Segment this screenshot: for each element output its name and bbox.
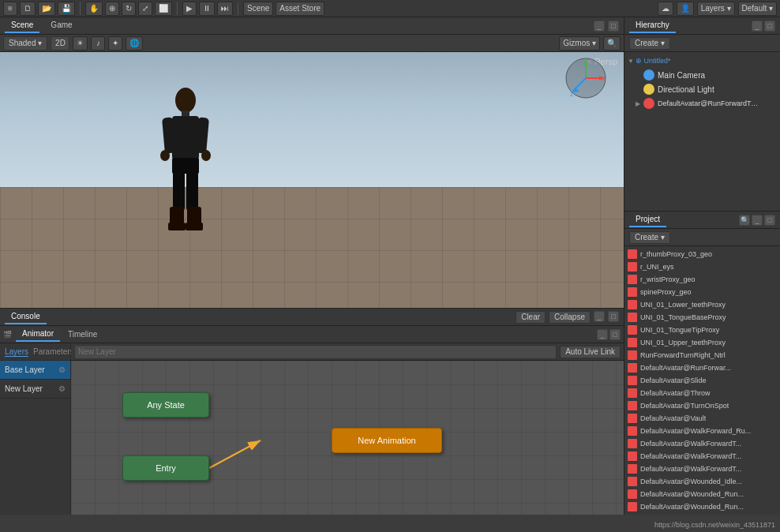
state-entry[interactable]: Entry <box>122 455 209 481</box>
menu-btn[interactable]: ≡ <box>3 2 17 16</box>
proj-search-btn[interactable]: 🔍 <box>739 215 750 226</box>
project-list-item[interactable]: UNI_01_Lower_teethProxy <box>624 298 780 311</box>
scene-label: ⊕ Untitled* <box>636 57 671 65</box>
rect-tool[interactable]: ⬜ <box>155 2 172 16</box>
tab-hierarchy[interactable]: Hierarchy <box>629 19 676 33</box>
layout-btn[interactable]: Default ▾ <box>738 2 777 16</box>
hierarchy-item-scene[interactable]: ▼ ⊕ Untitled* <box>624 54 780 68</box>
scene-sky-btn[interactable]: 🌐 <box>126 36 143 51</box>
scene-audio-btn[interactable]: ♪ <box>91 36 105 51</box>
asset-store-tab-btn[interactable]: Asset Store <box>276 2 324 16</box>
scene-minimize-btn[interactable]: _ <box>594 21 605 32</box>
layers-tab-label[interactable]: Layers <box>5 347 28 357</box>
search-scene-input[interactable]: 🔍 <box>603 36 621 51</box>
create-project-btn[interactable]: Create ▾ <box>629 231 670 244</box>
project-list-item[interactable]: DefaultAvatar@RunForwar... <box>624 362 780 374</box>
anim-minimize-btn[interactable]: _ <box>597 329 608 340</box>
tab-animator[interactable]: Animator <box>16 328 60 342</box>
scene-fx-btn[interactable]: ✦ <box>108 36 122 51</box>
auto-live-link-btn[interactable]: Auto Live Link <box>560 346 621 358</box>
tab-scene[interactable]: Scene <box>5 19 39 33</box>
collab-btn[interactable]: ☁ <box>658 2 673 16</box>
anim-maximize-btn[interactable]: □ <box>609 329 621 340</box>
project-list-item[interactable]: DefaultAvatar@WalkForward_Ru... <box>624 425 780 437</box>
console-minimize-btn[interactable]: _ <box>594 311 605 322</box>
base-layer-gear-icon[interactable]: ⚙ <box>58 365 66 374</box>
camera-icon <box>643 69 654 81</box>
base-layer-item[interactable]: Base Layer ⚙ <box>0 361 70 380</box>
project-list-item[interactable]: DefaultAvatar@Vault <box>624 412 780 425</box>
save-btn[interactable]: 💾 <box>58 2 75 16</box>
new-layer-input[interactable] <box>74 345 557 359</box>
project-list-item[interactable]: DefaultAvatar@WalkForwardT... <box>624 450 780 463</box>
gizmos-btn[interactable]: Gizmos ▾ <box>559 36 600 51</box>
scene-asset-tabs: Scene Asset Store <box>243 2 324 16</box>
project-list-item[interactable]: UNI_01_TongueTipProxy <box>624 324 780 336</box>
project-list-item[interactable]: UNI_01_TongueBaseProxy <box>624 311 780 324</box>
project-list-item[interactable]: DefaultAvatar@TurnOnSpot <box>624 399 780 412</box>
state-new-animation[interactable]: New Animation <box>332 428 442 453</box>
state-machine-canvas[interactable]: Any State Entry New Animation <box>71 361 624 515</box>
new-btn[interactable]: 🗋 <box>20 2 36 16</box>
tab-project[interactable]: Project <box>629 213 666 227</box>
new-layer-gear-icon[interactable]: ⚙ <box>58 384 66 393</box>
hier-maximize-btn[interactable]: □ <box>764 21 775 32</box>
tab-game[interactable]: Game <box>44 19 78 33</box>
scene-gizmo[interactable]: Y X Z <box>564 57 608 100</box>
svg-rect-9 <box>186 171 198 211</box>
open-btn[interactable]: 📂 <box>38 2 55 16</box>
project-list-item[interactable]: UNI_01_Upper_teethProxy <box>624 336 780 349</box>
proj-maximize-btn[interactable]: □ <box>764 215 775 226</box>
shading-dropdown[interactable]: Shaded ▾ <box>3 36 47 51</box>
proj-minimize-btn[interactable]: _ <box>752 215 763 226</box>
project-list-item[interactable]: r_wristProxy_geo <box>624 273 780 286</box>
project-list-item[interactable]: r_thumbProxy_03_geo <box>624 248 780 260</box>
hierarchy-item-avatar[interactable]: ▶ DefaultAvatar@RunForwardTurnRight <box>624 96 780 111</box>
project-list-item[interactable]: RunForwardTurnRight_Ntrl <box>624 349 780 362</box>
step-btn[interactable]: ⏭ <box>217 2 233 16</box>
create-hierarchy-btn[interactable]: Create ▾ <box>629 37 670 50</box>
project-panel: Project 🔍 _ □ Create ▾ r_thumbProxy_03_g… <box>624 212 780 515</box>
console-clear-btn[interactable]: Clear <box>516 311 546 324</box>
scene-tab-bar: Scene Game _ □ <box>0 17 624 35</box>
state-any-state[interactable]: Any State <box>122 392 209 418</box>
2d-toggle[interactable]: 2D <box>51 36 69 51</box>
scene-light-btn[interactable]: ☀ <box>73 36 88 51</box>
params-tab-label[interactable]: Parameters <box>33 347 74 356</box>
new-layer-item[interactable]: New Layer ⚙ <box>0 380 70 399</box>
hierarchy-item-camera[interactable]: Main Camera <box>624 68 780 82</box>
avatar-icon <box>643 98 654 109</box>
move-tool[interactable]: ⊕ <box>105 2 119 16</box>
hier-minimize-btn[interactable]: _ <box>752 21 763 32</box>
rotate-tool[interactable]: ↻ <box>122 2 136 16</box>
tab-timeline[interactable]: Timeline <box>62 328 103 342</box>
project-list-item[interactable]: DefaultAvatar@WalkForwardT... <box>624 463 780 475</box>
tab-console[interactable]: Console <box>5 310 47 324</box>
project-list-item[interactable]: DefaultAvatar@WalkForwardT... <box>624 437 780 450</box>
project-item-label: DefaultAvatar@Throw <box>640 389 711 397</box>
project-list-item[interactable]: spineProxy_geo <box>624 286 780 298</box>
project-item-icon <box>628 414 637 423</box>
play-btn[interactable]: ▶ <box>182 2 197 16</box>
project-list-item[interactable]: DefaultAvatar@Wounded_Run... <box>624 488 780 500</box>
pause-btn[interactable]: ⏸ <box>199 2 215 16</box>
console-maximize-btn[interactable]: □ <box>608 311 619 322</box>
account-btn[interactable]: 👤 <box>677 2 694 16</box>
project-list-item[interactable]: DefaultAvatar@Throw <box>624 387 780 399</box>
console-collapse-btn[interactable]: Collapse <box>549 311 591 324</box>
layers-btn[interactable]: Layers ▾ <box>697 2 735 16</box>
project-list-item[interactable]: r_UNI_eys <box>624 260 780 273</box>
project-list-item[interactable]: DefaultAvatar@Wounded_Run... <box>624 500 780 513</box>
project-item-icon <box>628 439 637 448</box>
hierarchy-item-light[interactable]: Directional Light <box>624 82 780 96</box>
project-list-item[interactable]: DefaultAvatar@Wounded_Idle... <box>624 475 780 488</box>
scale-tool[interactable]: ⤢ <box>138 2 152 16</box>
top-toolbar: ≡ 🗋 📂 💾 ✋ ⊕ ↻ ⤢ ⬜ ▶ ⏸ ⏭ Scene Asset Stor… <box>0 0 780 17</box>
console-bar: Console Clear Collapse _ □ <box>0 308 624 325</box>
project-item-icon <box>628 502 637 511</box>
hand-tool[interactable]: ✋ <box>85 2 103 16</box>
project-item-icon <box>628 287 637 297</box>
scene-tab-btn[interactable]: Scene <box>243 2 273 16</box>
scene-maximize-btn[interactable]: □ <box>608 21 619 32</box>
project-list-item[interactable]: DefaultAvatar@Slide <box>624 374 780 387</box>
